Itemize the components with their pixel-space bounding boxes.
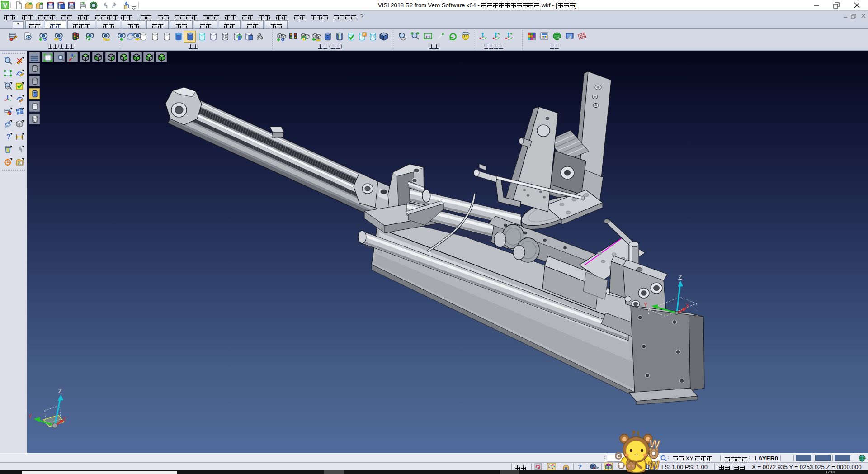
svg-text:W: W <box>648 458 660 473</box>
svg-text:C: C <box>616 453 621 460</box>
svg-text:V: V <box>3 2 8 9</box>
svg-text:Z: Z <box>678 274 682 281</box>
svg-text:Y: Y <box>28 413 32 420</box>
svg-text:Y: Y <box>644 301 648 308</box>
svg-text:?: ? <box>6 133 11 141</box>
svg-text:X: X <box>62 416 66 422</box>
svg-text:1:1: 1:1 <box>425 35 431 39</box>
svg-text:Z: Z <box>58 387 62 395</box>
svg-text:X: X <box>685 302 689 309</box>
